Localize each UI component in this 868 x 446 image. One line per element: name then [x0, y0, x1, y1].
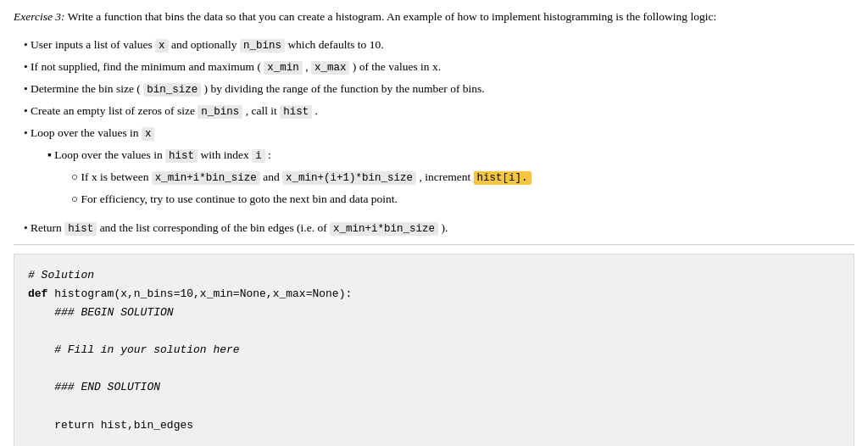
solution-comment-1: # Solution	[28, 269, 94, 282]
sub-bullet-list: Loop over the values in hist with index …	[24, 144, 854, 214]
solution-line-def: def histogram(x,n_bins=10,x_min=None,x_m…	[28, 287, 352, 300]
sub-sub-bullet-1: If x is between x_min+i*bin_size and x_m…	[71, 166, 854, 188]
sub-sub-bullet-list: If x is between x_min+i*bin_size and x_m…	[47, 166, 854, 210]
bullet-6: Return hist and the list corresponding o…	[24, 217, 854, 239]
code-hist: hist	[280, 105, 312, 119]
exercise-section: Exercise 3: Write a function that bins t…	[14, 8, 854, 239]
solution-return: return hist,bin_edges	[28, 419, 193, 432]
code-x_max: x_max	[311, 61, 350, 75]
sub-sub-bullet-2: For efficiency, try to use continue to g…	[71, 188, 854, 210]
code-hist-3: hist	[64, 222, 97, 236]
solution-end: ### END SOLUTION	[28, 381, 160, 393]
code-x-2: x	[142, 127, 155, 141]
exercise-description: Write a function that bins the data so t…	[68, 10, 716, 23]
code-n_bins-2: n_bins	[198, 105, 242, 119]
exercise-title: Exercise 3: Write a function that bins t…	[14, 8, 854, 25]
page: Exercise 3: Write a function that bins t…	[0, 0, 868, 446]
code-x_min: x_min	[264, 61, 303, 75]
separator-1	[14, 244, 854, 245]
code-hist-index: hist[i].	[474, 171, 531, 185]
code-expr3: x_min+i*bin_size	[330, 222, 438, 236]
main-bullet-list: User inputs a list of values x and optio…	[14, 34, 854, 239]
code-expr1: x_min+i*bin_size	[152, 171, 260, 185]
code-i: i	[252, 149, 265, 163]
solution-code-block[interactable]: # Solution def histogram(x,n_bins=10,x_m…	[14, 254, 854, 446]
code-hist-2: hist	[165, 149, 198, 163]
bullet-4: Create an empty list of zeros of size n_…	[24, 100, 854, 122]
code-n_bins: n_bins	[240, 39, 285, 53]
bullet-5: Loop over the values in x Loop over the …	[24, 122, 854, 217]
bullet-2: If not supplied, find the minimum and ma…	[24, 56, 854, 78]
code-expr2: x_min+(i+1)*bin_size	[282, 171, 416, 185]
solution-fill: # Fill in your solution here	[28, 343, 240, 356]
bullet-1: User inputs a list of values x and optio…	[24, 34, 854, 56]
sub-bullet-1: Loop over the values in hist with index …	[47, 144, 854, 214]
bullet-3: Determine the bin size ( bin_size ) by d…	[24, 78, 854, 100]
code-bin_size: bin_size	[143, 83, 201, 97]
solution-begin: ### BEGIN SOLUTION	[28, 306, 174, 319]
exercise-label: Exercise 3:	[14, 10, 65, 23]
code-x: x	[155, 39, 169, 53]
